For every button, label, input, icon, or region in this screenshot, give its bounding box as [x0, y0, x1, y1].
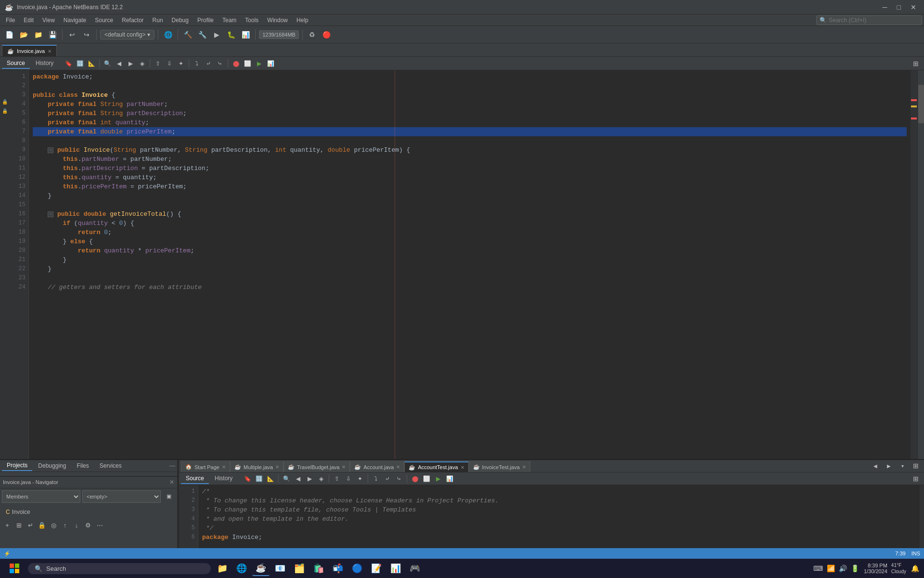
global-search-input[interactable]: [829, 17, 915, 24]
start-button[interactable]: [4, 561, 25, 576]
scrollbar-thumb[interactable]: [918, 85, 924, 123]
notification-icon[interactable]: 🔔: [910, 564, 920, 573]
debug-step-into-button[interactable]: ⤵: [192, 58, 202, 69]
maximize-editor-button[interactable]: ⊞: [910, 57, 922, 70]
bottom-source-tab[interactable]: Source: [181, 473, 209, 484]
travel-close[interactable]: ✕: [342, 464, 346, 470]
left-tab-projects[interactable]: Projects: [2, 460, 32, 471]
debug-step-out-button[interactable]: ⤷: [215, 58, 225, 69]
nav-lock-button[interactable]: 🔒: [37, 520, 47, 531]
format-button[interactable]: 📐: [86, 58, 97, 69]
undo-button[interactable]: ↩: [66, 28, 78, 41]
taskbar-icon-game[interactable]: 🎮: [406, 561, 424, 576]
account-close[interactable]: ✕: [396, 464, 400, 470]
start-page-close[interactable]: ✕: [222, 464, 226, 470]
bottom-tab-accounttest[interactable]: ☕ AccountTest.java ✕: [404, 461, 468, 472]
b-format[interactable]: 📐: [265, 473, 276, 484]
open-project-button[interactable]: 📂: [17, 28, 30, 41]
editor-scrollbar[interactable]: [917, 70, 924, 459]
bottom-code-content[interactable]: /* * To change this license header, choo…: [198, 485, 919, 548]
bottom-scrollbar[interactable]: [919, 485, 924, 548]
nav-filter2-button[interactable]: ⚙: [83, 520, 93, 531]
nav-circle-button[interactable]: ◎: [48, 520, 59, 531]
b-toggle-bookmark[interactable]: 🔖: [242, 473, 253, 484]
b-step-into[interactable]: ⤵: [371, 473, 381, 484]
gc-button[interactable]: ♻: [306, 28, 319, 41]
b-toggle-mark[interactable]: ✦: [355, 473, 365, 484]
nav-down-button[interactable]: ↓: [71, 520, 82, 531]
nav-item-invoice[interactable]: C Invoice: [2, 507, 175, 517]
menu-debug[interactable]: Debug: [168, 16, 192, 25]
left-panel-close-button[interactable]: —: [169, 462, 175, 469]
menu-profile[interactable]: Profile: [193, 16, 218, 25]
next-occurrence-button[interactable]: ▶: [125, 58, 136, 69]
b-match[interactable]: ◈: [316, 473, 326, 484]
find-button[interactable]: 🔍: [102, 58, 113, 69]
menu-edit[interactable]: Edit: [20, 16, 38, 25]
profile-gc-button[interactable]: 🔴: [321, 28, 333, 41]
bottom-tab-invoicetest[interactable]: ☕ InvoiceTest.java ✕: [469, 461, 530, 472]
profile-button[interactable]: 📊: [239, 28, 252, 41]
tray-keyboard-icon[interactable]: ⌨: [812, 564, 824, 573]
bottom-tab-multiple[interactable]: ☕ Multiple.java ✕: [230, 461, 283, 472]
maximize-button[interactable]: □: [894, 2, 904, 12]
b-stop[interactable]: ⬜: [421, 473, 432, 484]
prev-bookmark-button[interactable]: ⇧: [153, 58, 163, 69]
debug-step-over-button[interactable]: ⤶: [203, 58, 214, 69]
taskbar-icon-store[interactable]: 🛍️: [310, 561, 327, 576]
save-button[interactable]: 💾: [46, 28, 59, 41]
multiple-close[interactable]: ✕: [275, 464, 279, 470]
menu-team[interactable]: Team: [218, 16, 240, 25]
taskbar-clock[interactable]: 8:39 PM 1/30/2024: [864, 563, 887, 574]
breakpoint-button[interactable]: ⬤: [231, 58, 241, 69]
source-tab-source[interactable]: Source: [2, 58, 30, 69]
nav-up-button[interactable]: ↑: [60, 520, 70, 531]
tab-invoice-java[interactable]: ☕ Invoice.java ✕: [2, 45, 57, 56]
menu-help[interactable]: Help: [293, 16, 312, 25]
nav-close-button[interactable]: ✕: [169, 479, 174, 486]
add-field-button[interactable]: +: [2, 520, 13, 531]
bottom-tab-account[interactable]: ☕ Account.java ✕: [350, 461, 404, 472]
b-run-test[interactable]: ▶: [433, 473, 443, 484]
b-next-occ[interactable]: ▶: [304, 473, 315, 484]
run-button[interactable]: ▶: [210, 28, 223, 41]
config-selector[interactable]: <default config> ▾: [100, 30, 154, 39]
accounttest-close[interactable]: ✕: [461, 465, 464, 470]
nav-filter-button[interactable]: ▣: [163, 490, 175, 503]
tray-volume-icon[interactable]: 🔊: [838, 564, 848, 573]
taskbar-icon-word[interactable]: 📝: [368, 561, 385, 576]
left-tab-files[interactable]: Files: [72, 461, 93, 471]
fold-16[interactable]: -: [48, 211, 53, 217]
toggle-mark-button[interactable]: ✦: [176, 58, 186, 69]
taskbar-icon-chrome[interactable]: 🔵: [348, 561, 366, 576]
b-step-out[interactable]: ⤷: [394, 473, 404, 484]
left-tab-services[interactable]: Services: [95, 461, 127, 471]
tray-wifi-icon[interactable]: 📶: [826, 564, 836, 573]
build-button[interactable]: 🔨: [181, 28, 194, 41]
b-prev-bm[interactable]: ⇧: [332, 473, 342, 484]
menu-tools[interactable]: Tools: [241, 16, 262, 25]
clean-build-button[interactable]: 🔧: [196, 28, 208, 41]
prev-occurrence-button[interactable]: ◀: [114, 58, 124, 69]
b-toggle-linenum[interactable]: 🔢: [254, 473, 264, 484]
globe-button[interactable]: 🌐: [162, 28, 174, 41]
new-file-button[interactable]: 📄: [3, 28, 15, 41]
add-constructor-button[interactable]: ⊞: [13, 520, 24, 531]
b-prev-occ[interactable]: ◀: [293, 473, 303, 484]
menu-window[interactable]: Window: [263, 16, 292, 25]
left-tab-debugging[interactable]: Debugging: [33, 461, 71, 471]
menu-refactor[interactable]: Refactor: [118, 16, 147, 25]
global-search-box[interactable]: 🔍: [816, 15, 922, 25]
b-step-over[interactable]: ⤶: [382, 473, 393, 484]
nav-more-button[interactable]: ⋯: [94, 520, 105, 531]
redo-button[interactable]: ↪: [80, 28, 93, 41]
b-debug-test[interactable]: 📊: [444, 473, 455, 484]
taskbar-icon-netbeans[interactable]: ☕: [252, 561, 270, 576]
tab-scroll-right[interactable]: ▶: [883, 460, 895, 472]
next-bookmark-button[interactable]: ⇩: [164, 58, 175, 69]
toggle-line-number-button[interactable]: 🔢: [75, 58, 85, 69]
tab-scroll-left[interactable]: ◀: [869, 460, 882, 472]
menu-run[interactable]: Run: [149, 16, 167, 25]
code-editor[interactable]: 🔒 🔒: [0, 70, 924, 459]
menu-view[interactable]: View: [38, 16, 59, 25]
